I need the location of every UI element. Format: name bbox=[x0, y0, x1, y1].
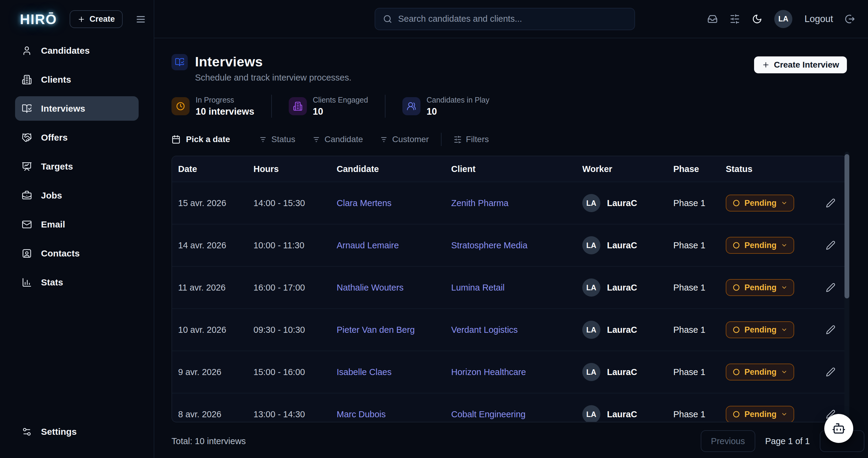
sidebar-item-jobs[interactable]: Jobs bbox=[15, 183, 138, 207]
moon-icon bbox=[752, 14, 762, 24]
candidate-link[interactable]: Arnaud Lemaire bbox=[337, 240, 399, 250]
create-button-label: Create bbox=[90, 15, 115, 24]
sidebar-item-targets[interactable]: Targets bbox=[15, 154, 138, 179]
filters-button[interactable]: Filters bbox=[454, 135, 489, 144]
edit-button[interactable] bbox=[826, 325, 835, 335]
candidate-link[interactable]: Isabelle Claes bbox=[337, 367, 392, 377]
create-button[interactable]: Create bbox=[70, 10, 123, 28]
sidebar-item-candidates[interactable]: Candidates bbox=[15, 38, 138, 63]
filter-chip-label: Candidate bbox=[324, 135, 363, 144]
table-row: 15 avr. 2026 14:00 - 15:30 Clara Mertens… bbox=[172, 182, 846, 224]
status-badge[interactable]: Pending bbox=[726, 237, 794, 254]
theme-toggle-button[interactable] bbox=[752, 14, 762, 24]
logout-button[interactable] bbox=[845, 14, 855, 24]
stat-label: Candidates in Play bbox=[427, 96, 489, 105]
search-input[interactable] bbox=[398, 14, 627, 24]
candidate-link[interactable]: Nathalie Wouters bbox=[337, 283, 404, 292]
filter-customer-button[interactable]: Customer bbox=[380, 135, 429, 144]
date-picker-label: Pick a date bbox=[186, 135, 230, 144]
table-body: 15 avr. 2026 14:00 - 15:30 Clara Mertens… bbox=[172, 182, 846, 422]
column-header-client: Client bbox=[451, 164, 582, 174]
edit-button[interactable] bbox=[826, 240, 835, 250]
client-link[interactable]: Zenith Pharma bbox=[451, 198, 508, 208]
edit-button[interactable] bbox=[826, 367, 835, 377]
cell-worker: LA LauraC bbox=[582, 279, 673, 296]
sidebar-item-stats[interactable]: Stats bbox=[15, 270, 138, 294]
status-badge[interactable]: Pending bbox=[726, 364, 794, 380]
date-picker-button[interactable]: Pick a date bbox=[172, 135, 230, 144]
sidebar-item-settings[interactable]: Settings bbox=[15, 419, 138, 444]
worker-avatar: LA bbox=[582, 405, 600, 422]
filter-status-button[interactable]: Status bbox=[259, 135, 295, 144]
status-badge[interactable]: Pending bbox=[726, 321, 794, 338]
table-row: 10 avr. 2026 09:30 - 10:30 Pieter Van de… bbox=[172, 308, 846, 351]
status-label: Pending bbox=[744, 199, 777, 208]
column-header-worker: Worker bbox=[582, 164, 673, 174]
client-link[interactable]: Cobalt Engineering bbox=[451, 409, 526, 419]
pencil-icon bbox=[826, 325, 835, 335]
briefcase-icon bbox=[22, 190, 32, 201]
preferences-button[interactable] bbox=[730, 14, 740, 24]
table-row: 14 avr. 2026 10:00 - 11:30 Arnaud Lemair… bbox=[172, 224, 846, 266]
logout-label[interactable]: Logout bbox=[804, 13, 833, 24]
settings-icon bbox=[22, 427, 32, 437]
column-header-hours: Hours bbox=[253, 164, 337, 174]
client-link[interactable]: Horizon Healthcare bbox=[451, 367, 526, 377]
cell-hours: 16:00 - 17:00 bbox=[253, 283, 337, 293]
menu-toggle-button[interactable] bbox=[135, 14, 146, 25]
sidebar-item-offers[interactable]: Offers bbox=[15, 125, 138, 150]
scrollbar-thumb[interactable] bbox=[844, 154, 849, 298]
page-title: Interviews bbox=[195, 54, 351, 70]
stat-label: In Progress bbox=[195, 96, 254, 105]
table-header: Date Hours Candidate Client Worker Phase… bbox=[172, 156, 846, 182]
sidebar-item-contacts[interactable]: Contacts bbox=[15, 241, 138, 265]
cell-worker: LA LauraC bbox=[582, 363, 673, 381]
edit-button[interactable] bbox=[826, 198, 835, 208]
contact-card-icon bbox=[22, 248, 32, 259]
pencil-icon bbox=[826, 283, 835, 292]
sidebar-item-label: Email bbox=[41, 219, 65, 230]
sidebar-item-interviews[interactable]: Interviews bbox=[15, 96, 138, 121]
user-avatar[interactable]: LA bbox=[774, 10, 792, 28]
sidebar-item-clients[interactable]: Clients bbox=[15, 67, 138, 92]
status-badge[interactable]: Pending bbox=[726, 279, 794, 296]
stat-value: 10 bbox=[427, 106, 489, 117]
create-interview-button[interactable]: Create Interview bbox=[754, 56, 847, 73]
status-circle-icon bbox=[733, 284, 740, 291]
previous-page-button[interactable]: Previous bbox=[701, 430, 755, 452]
mail-icon bbox=[22, 219, 32, 230]
status-badge[interactable]: Pending bbox=[726, 195, 794, 211]
building-icon bbox=[293, 102, 303, 111]
cell-hours: 15:00 - 16:00 bbox=[253, 367, 337, 377]
cell-hours: 09:30 - 10:30 bbox=[253, 325, 337, 335]
worker-avatar: LA bbox=[582, 279, 600, 296]
edit-button[interactable] bbox=[826, 283, 835, 292]
worker-name: LauraC bbox=[607, 198, 637, 208]
main-content: Interviews Schedule and track interview … bbox=[154, 38, 868, 458]
status-badge[interactable]: Pending bbox=[726, 406, 794, 422]
table-scrollbar[interactable] bbox=[844, 152, 849, 419]
candidate-link[interactable]: Marc Dubois bbox=[337, 409, 386, 419]
stats-row: In Progress 10 interviews Clients Engage… bbox=[172, 95, 847, 118]
sidebar-item-email[interactable]: Email bbox=[15, 212, 138, 236]
candidate-link[interactable]: Clara Mertens bbox=[337, 198, 392, 208]
client-link[interactable]: Verdant Logistics bbox=[451, 325, 518, 335]
column-header-date: Date bbox=[178, 164, 253, 174]
client-link[interactable]: Lumina Retail bbox=[451, 283, 504, 292]
status-label: Pending bbox=[744, 325, 777, 335]
page-subtitle: Schedule and track interview processes. bbox=[195, 73, 351, 83]
presentation-chart-icon bbox=[22, 162, 32, 172]
cell-date: 11 avr. 2026 bbox=[178, 283, 253, 293]
sidebar-item-label: Targets bbox=[41, 162, 73, 172]
candidate-link[interactable]: Pieter Van den Berg bbox=[337, 325, 415, 335]
client-link[interactable]: Stratosphere Media bbox=[451, 240, 527, 250]
inbox-button[interactable] bbox=[707, 14, 718, 24]
chevron-down-icon bbox=[781, 284, 787, 291]
filter-candidate-button[interactable]: Candidate bbox=[312, 135, 363, 144]
sidebar-item-label: Contacts bbox=[41, 248, 80, 259]
interviews-table: Date Hours Candidate Client Worker Phase… bbox=[172, 156, 847, 422]
plus-icon bbox=[78, 16, 85, 23]
table-footer: Total: 10 interviews Previous Page 1 of … bbox=[172, 430, 847, 452]
assistant-fab-button[interactable] bbox=[824, 414, 853, 443]
pencil-icon bbox=[826, 367, 835, 377]
